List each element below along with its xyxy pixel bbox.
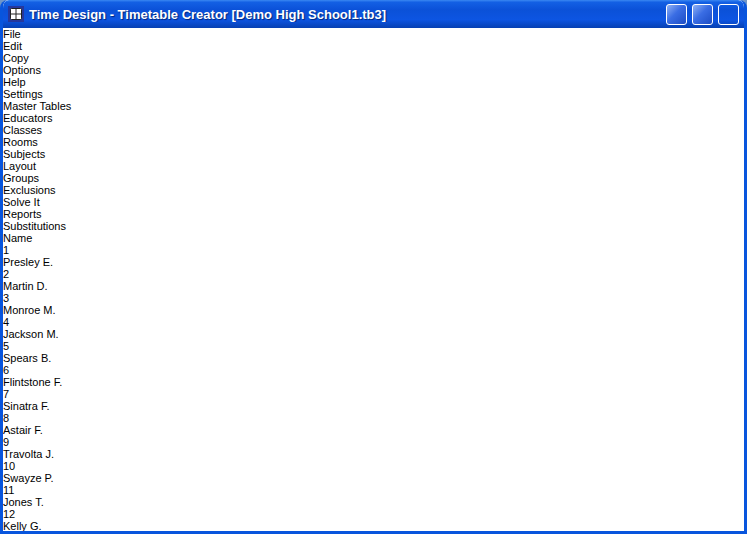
maximize-button[interactable] — [692, 4, 713, 25]
content-area: Name 1Presley E.2Martin D.3Monroe M.4Jac… — [3, 232, 744, 534]
educator-name-cell[interactable]: Swayze P. — [3, 472, 744, 484]
educator-number-cell: 1 — [3, 244, 744, 256]
educator-number-cell: 5 — [3, 340, 744, 352]
educator-name-cell[interactable]: Astair F. — [3, 424, 744, 436]
educator-number-cell: 7 — [3, 388, 744, 400]
menu-help[interactable]: Help — [3, 76, 744, 88]
educator-name-cell[interactable]: Sinatra F. — [3, 400, 744, 412]
educators-panel: Name 1Presley E.2Martin D.3Monroe M.4Jac… — [3, 232, 744, 534]
educator-number-cell: 8 — [3, 412, 744, 424]
tab-settings[interactable]: Settings — [3, 88, 744, 100]
menu-file[interactable]: File — [3, 28, 744, 40]
educator-number-cell: 11 — [3, 484, 744, 496]
menu-edit[interactable]: Edit — [3, 40, 744, 52]
educators-header-row: Name — [3, 232, 744, 244]
educator-number-cell: 10 — [3, 460, 744, 472]
educator-row[interactable]: 10Swayze P. — [3, 460, 744, 484]
educator-row[interactable]: 6Flintstone F. — [3, 364, 744, 388]
educator-row[interactable]: 5Spears B. — [3, 340, 744, 364]
tab-substitutions[interactable]: Substitutions — [3, 220, 744, 232]
educator-row[interactable]: 2Martin D. — [3, 268, 744, 292]
educator-number-cell: 9 — [3, 436, 744, 448]
educator-row[interactable]: 12Kelly G. — [3, 508, 744, 532]
minimize-button[interactable] — [666, 4, 687, 25]
tab-subjects[interactable]: Subjects — [3, 148, 744, 160]
tab-master-tables[interactable]: Master Tables — [3, 100, 744, 112]
educator-name-cell[interactable]: Spears B. — [3, 352, 744, 364]
educators-list: Name 1Presley E.2Martin D.3Monroe M.4Jac… — [3, 232, 744, 534]
educator-name-cell[interactable]: Jones T. — [3, 496, 744, 508]
educator-number-cell: 2 — [3, 268, 744, 280]
name-column-header: Name — [3, 232, 744, 244]
educator-name-cell[interactable]: Travolta J. — [3, 448, 744, 460]
window-title: Time Design - Timetable Creator [Demo Hi… — [29, 7, 661, 22]
educators-grid: Name 1Presley E.2Martin D.3Monroe M.4Jac… — [3, 232, 744, 534]
educator-number-cell: 4 — [3, 316, 744, 328]
educator-row[interactable]: 4Jackson M. — [3, 316, 744, 340]
app-window: Time Design - Timetable Creator [Demo Hi… — [0, 0, 747, 534]
tab-classes[interactable]: Classes — [3, 124, 744, 136]
educator-number-cell: 3 — [3, 292, 744, 304]
educator-name-cell[interactable]: Flintstone F. — [3, 376, 744, 388]
educator-row[interactable]: 1Presley E. — [3, 244, 744, 268]
menu-bar: FileEditCopyOptionsHelp — [3, 28, 744, 88]
tab-rooms[interactable]: Rooms — [3, 136, 744, 148]
educator-row[interactable]: 9Travolta J. — [3, 436, 744, 460]
educator-number-cell: 12 — [3, 508, 744, 520]
tab-educators[interactable]: Educators — [3, 112, 744, 124]
tab-layout[interactable]: Layout — [3, 160, 744, 172]
menu-options[interactable]: Options — [3, 64, 744, 76]
tab-reports[interactable]: Reports — [3, 208, 744, 220]
menu-copy[interactable]: Copy — [3, 52, 744, 64]
tab-solve-it[interactable]: Solve It — [3, 196, 744, 208]
educator-row[interactable]: 11Jones T. — [3, 484, 744, 508]
tab-strip: SettingsMaster TablesEducatorsClassesRoo… — [3, 88, 744, 232]
educator-name-cell[interactable]: Jackson M. — [3, 328, 744, 340]
educator-row[interactable]: 7Sinatra F. — [3, 388, 744, 412]
educator-name-cell[interactable]: Monroe M. — [3, 304, 744, 316]
educator-row[interactable]: 8Astair F. — [3, 412, 744, 436]
educator-name-cell[interactable]: Kelly G. — [3, 520, 744, 532]
app-icon[interactable] — [8, 6, 24, 22]
tab-exclusions[interactable]: Exclusions — [3, 184, 744, 196]
tab-groups[interactable]: Groups — [3, 172, 744, 184]
educator-name-cell[interactable]: Martin D. — [3, 280, 744, 292]
educator-row[interactable]: 3Monroe M. — [3, 292, 744, 316]
close-button[interactable] — [718, 4, 739, 25]
educator-number-cell: 6 — [3, 364, 744, 376]
educator-name-cell[interactable]: Presley E. — [3, 256, 744, 268]
title-bar: Time Design - Timetable Creator [Demo Hi… — [3, 0, 744, 28]
